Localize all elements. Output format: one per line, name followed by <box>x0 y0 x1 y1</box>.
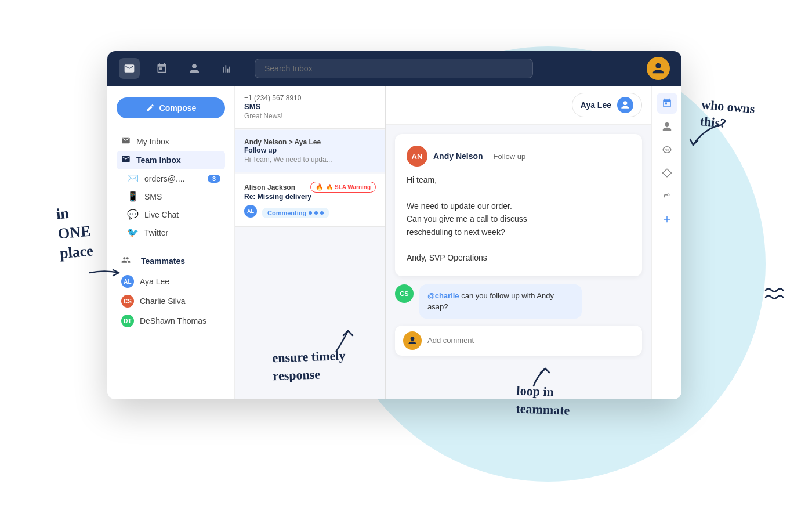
svg-point-1 <box>624 101 628 105</box>
msg-preview: Great News! <box>244 112 376 120</box>
comment-area <box>395 326 642 356</box>
right-icon-contact[interactable] <box>657 116 677 137</box>
msg-channel: SMS <box>244 102 376 111</box>
dot-3 <box>320 211 324 215</box>
contact-nav-icon[interactable] <box>184 58 205 79</box>
svg-point-0 <box>655 63 661 68</box>
mention-text: @charlie <box>427 291 459 300</box>
email-icon: ✉️ <box>127 173 139 184</box>
sender-avatar: AN <box>407 146 427 167</box>
sms-icon: 📱 <box>127 191 139 202</box>
alison-avatar: AL <box>244 205 257 218</box>
right-icon-add[interactable] <box>657 209 677 230</box>
sidebar-section-inbox: My Inbox Team Inbox ✉️ orders@.... 3 <box>117 132 225 241</box>
main-content: Compose My Inbox Team Inbox <box>107 86 682 399</box>
twitter-icon: 🐦 <box>127 227 139 238</box>
right-icon-diamond[interactable] <box>657 162 677 183</box>
comment-bubble: @charlie can you follow up with Andy asa… <box>419 284 582 319</box>
deshawn-thomas-avatar: DT <box>121 315 134 327</box>
sidebar-item-live-chat[interactable]: 💬 Live Chat <box>122 205 225 223</box>
sidebar: Compose My Inbox Team Inbox <box>107 86 235 399</box>
dot-1 <box>309 211 312 215</box>
sla-warning-badge: 🔥 🔥 SLA Warning <box>310 182 376 193</box>
svg-marker-5 <box>662 169 671 177</box>
charlie-silva-avatar: CS <box>121 295 134 308</box>
calendar-nav-icon[interactable] <box>151 58 172 79</box>
assignee-selector[interactable]: Aya Lee <box>572 93 642 117</box>
sidebar-item-deshawn-thomas[interactable]: DT DeShawn Thomas <box>117 311 225 331</box>
svg-point-7 <box>668 194 669 196</box>
user-avatar[interactable] <box>647 57 670 80</box>
email-card-header: AN Andy Nelson Follow up <box>407 146 630 167</box>
inbox-nav-icon[interactable] <box>119 58 140 79</box>
conversation-body: AN Andy Nelson Follow up Hi team, We nee… <box>386 125 651 399</box>
message-item-alison[interactable]: Alison Jackson 🔥 🔥 SLA Warning Re: Missi… <box>235 174 385 227</box>
email-subject: Follow up <box>494 152 526 161</box>
chart-nav-icon[interactable] <box>216 58 237 79</box>
arrow-in-one-place <box>87 261 122 284</box>
teammates-icon <box>121 255 130 267</box>
assignee-name: Aya Lee <box>581 100 611 110</box>
conversation-panel: Aya Lee AN Andy Nelson Follow up Hi team… <box>386 86 651 399</box>
right-icon-calendar[interactable] <box>657 93 677 114</box>
annotation-in-one-place: inONEplace <box>56 202 94 263</box>
sidebar-item-twitter[interactable]: 🐦 Twitter <box>122 223 225 241</box>
team-inbox-sub-items: ✉️ orders@.... 3 📱 SMS 💬 Live Chat 🐦 <box>117 169 225 241</box>
conversation-header: Aya Lee <box>386 86 651 125</box>
compose-button[interactable]: Compose <box>117 97 225 118</box>
squiggle-right <box>763 284 786 302</box>
msg-phone: +1 (234) 567 8910 <box>244 94 376 102</box>
svg-point-2 <box>411 337 415 341</box>
arrow-loop-in <box>522 360 557 389</box>
right-panel: SF <box>651 86 682 399</box>
arrow-who-owns <box>682 122 728 151</box>
teammates-heading: Teammates <box>117 251 225 272</box>
email-body: Hi team, We need to update our order. Ca… <box>407 174 630 265</box>
sidebar-item-my-inbox[interactable]: My Inbox <box>117 132 225 151</box>
msg-subject-alison: Re: Missing delivery <box>244 193 376 201</box>
right-icon-salesforce[interactable]: SF <box>657 139 677 160</box>
sidebar-item-charlie-silva[interactable]: CS Charlie Silva <box>117 291 225 311</box>
orders-badge: 3 <box>208 175 220 183</box>
charlie-comment-avatar: CS <box>395 284 414 303</box>
nav-icons <box>119 58 237 79</box>
right-icon-hubspot[interactable] <box>657 186 677 207</box>
inbox-icon <box>121 136 130 147</box>
current-user-avatar <box>403 331 422 350</box>
comment-input[interactable] <box>427 336 634 345</box>
top-nav <box>107 51 682 86</box>
msg-subject: Follow up <box>244 146 376 154</box>
svg-text:SF: SF <box>665 149 669 152</box>
sidebar-item-sms[interactable]: 📱 SMS <box>122 187 225 205</box>
message-item-email[interactable]: Andy Nelson > Aya Lee Follow up Hi Team,… <box>235 130 385 172</box>
email-card: AN Andy Nelson Follow up Hi team, We nee… <box>395 134 642 276</box>
sidebar-section-teammates: Teammates AL Aya Lee CS Charlie Silva DT… <box>117 251 225 331</box>
aya-lee-avatar: AL <box>121 275 134 288</box>
sidebar-item-team-inbox[interactable]: Team Inbox <box>117 151 225 169</box>
team-inbox-icon <box>121 154 130 166</box>
app-window: Compose My Inbox Team Inbox <box>107 51 682 399</box>
sidebar-item-aya-lee[interactable]: AL Aya Lee <box>117 272 225 291</box>
sidebar-item-orders[interactable]: ✉️ orders@.... 3 <box>122 169 225 187</box>
search-bar <box>255 59 629 78</box>
commenting-badge: Commenting <box>262 208 329 218</box>
chat-icon: 💬 <box>127 209 139 220</box>
msg-from-alison: Alison Jackson <box>244 183 295 191</box>
message-item-sms[interactable]: +1 (234) 567 8910 SMS Great News! <box>235 86 385 129</box>
search-input[interactable] <box>255 59 533 78</box>
msg-from: Andy Nelson > Aya Lee <box>244 138 376 146</box>
comment-row: CS @charlie can you follow up with Andy … <box>395 284 642 319</box>
sender-name: Andy Nelson <box>433 151 483 161</box>
dot-2 <box>314 211 318 215</box>
arrow-ensure-timely <box>319 325 354 354</box>
msg-preview-2: Hi Team, We need to upda... <box>244 156 376 164</box>
assignee-avatar <box>617 97 633 113</box>
